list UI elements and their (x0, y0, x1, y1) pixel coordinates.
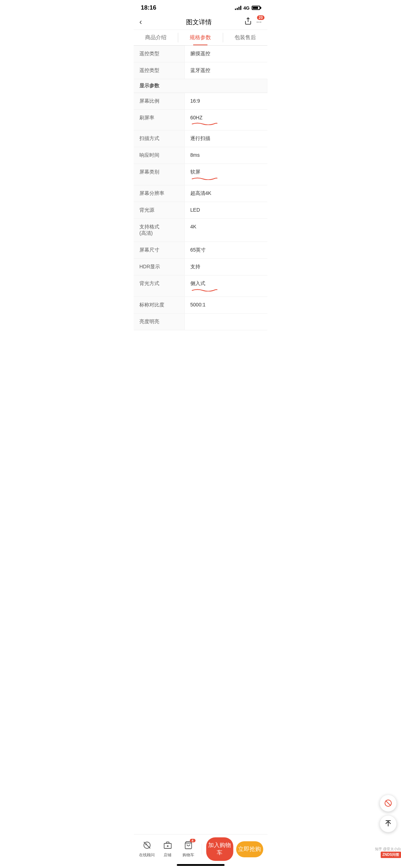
status-time: 18:16 (141, 4, 156, 11)
spec-label: HDR显示 (134, 259, 184, 275)
spec-label: 扫描方式 (134, 130, 184, 147)
tab-bar: 商品介绍 规格参数 包装售后 (134, 30, 267, 46)
spec-label: 遥控类型 (134, 62, 184, 79)
spec-value: 软屏 (184, 164, 267, 185)
spec-value: 16:9 (184, 93, 267, 110)
spec-label: 响应时间 (134, 147, 184, 164)
spec-label: 支持格式 (高清) (134, 219, 184, 242)
table-row: 屏幕尺寸65英寸 (134, 242, 267, 259)
battery-icon (252, 6, 260, 10)
tab-specs[interactable]: 规格参数 (178, 30, 222, 45)
table-row: 屏幕分辨率超高清4K (134, 185, 267, 202)
spec-label: 背光方式 (134, 275, 184, 297)
table-row: HDR显示支持 (134, 259, 267, 275)
tab-package[interactable]: 包装售后 (223, 30, 267, 45)
nav-bar: ‹ 图文详情 ··· 20 (134, 14, 267, 30)
spec-table: 遥控类型腑摸遥控遥控类型蓝牙遥控显示参数屏幕比例16:9刷屏率60HZ扫描方式逐… (134, 46, 267, 330)
spec-value: 支持 (184, 259, 267, 275)
table-row: 屏幕比例16:9 (134, 93, 267, 110)
spec-value: LED (184, 202, 267, 219)
spec-value: 超高清4K (184, 185, 267, 202)
spec-value (184, 314, 267, 330)
table-row: 刷屏率60HZ (134, 110, 267, 130)
spec-value: 5000:1 (184, 297, 267, 314)
table-row: 遥控类型腑摸遥控 (134, 46, 267, 62)
share-button[interactable] (244, 17, 252, 27)
signal-icon (235, 6, 241, 10)
nav-actions: ··· 20 (244, 17, 262, 27)
spec-section-header: 显示参数 (134, 79, 267, 93)
more-button[interactable]: ··· 20 (256, 18, 262, 26)
spec-label: 屏幕类别 (134, 164, 184, 185)
table-row: 亮度明亮 (134, 314, 267, 330)
spec-value: 4K (184, 219, 267, 242)
page-title: 图文详情 (186, 18, 212, 26)
spec-label: 屏幕比例 (134, 93, 184, 110)
status-icons: 4G (235, 5, 260, 11)
spec-label: 屏幕分辨率 (134, 185, 184, 202)
table-row: 响应时间8ms (134, 147, 267, 164)
table-row: 支持格式 (高清)4K (134, 219, 267, 242)
table-row: 遥控类型蓝牙遥控 (134, 62, 267, 79)
spec-label: 屏幕尺寸 (134, 242, 184, 259)
spec-value: 侧入式 (184, 275, 267, 297)
spec-label: 遥控类型 (134, 46, 184, 62)
spec-value: 逐行扫描 (184, 130, 267, 147)
table-row: 扫描方式逐行扫描 (134, 130, 267, 147)
spec-value: 腑摸遥控 (184, 46, 267, 62)
network-label: 4G (243, 5, 250, 11)
spec-value: 60HZ (184, 110, 267, 130)
status-bar: 18:16 4G (134, 0, 267, 14)
more-badge: 20 (257, 15, 264, 20)
content-area: 遥控类型腑摸遥控遥控类型蓝牙遥控显示参数屏幕比例16:9刷屏率60HZ扫描方式逐… (134, 46, 267, 362)
tab-intro[interactable]: 商品介绍 (134, 30, 178, 45)
spec-value: 8ms (184, 147, 267, 164)
back-button[interactable]: ‹ (139, 17, 154, 27)
spec-value: 65英寸 (184, 242, 267, 259)
table-row: 屏幕类别软屏 (134, 164, 267, 185)
spec-label: 背光源 (134, 202, 184, 219)
spec-label: 标称对比度 (134, 297, 184, 314)
table-row: 背光源LED (134, 202, 267, 219)
spec-label: 刷屏率 (134, 110, 184, 130)
spec-value: 蓝牙遥控 (184, 62, 267, 79)
table-row: 标称对比度5000:1 (134, 297, 267, 314)
table-row: 背光方式侧入式 (134, 275, 267, 297)
spec-label: 亮度明亮 (134, 314, 184, 330)
